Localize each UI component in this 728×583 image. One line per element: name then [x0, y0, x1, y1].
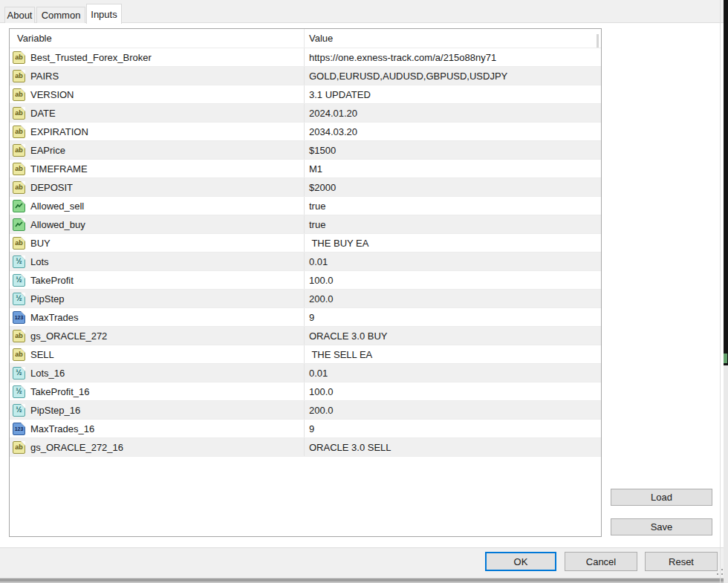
ab-string-icon: ab	[13, 237, 25, 250]
variable-name: gs_ORACLE_272_16	[30, 442, 123, 453]
value-cell[interactable]: 0.01	[304, 253, 601, 270]
ok-button[interactable]: OK	[485, 552, 556, 571]
value-cell[interactable]: M1	[304, 160, 601, 177]
table-row[interactable]: ½ TakeProfit 100.0	[10, 271, 601, 290]
fraction-icon: ½	[13, 404, 25, 417]
fraction-icon: ½	[13, 367, 25, 380]
table-row[interactable]: ½ Lots 0.01	[10, 253, 601, 271]
variable-cell: Allowed_buy	[10, 215, 304, 233]
numbers-123-icon: 123	[13, 311, 25, 324]
variable-name: PipStep_16	[30, 405, 80, 416]
tab-about[interactable]: About	[4, 7, 35, 23]
value-cell[interactable]: 100.0	[304, 382, 601, 400]
tab-common[interactable]: Common	[36, 7, 85, 23]
value-cell[interactable]: true	[304, 197, 601, 215]
table-row[interactable]: ½ PipStep 200.0	[10, 290, 601, 308]
reset-button[interactable]: Reset	[645, 552, 718, 571]
ab-string-icon: ab	[13, 348, 25, 361]
table-row[interactable]: ab gs_ORACLE_272_16 ORACLE 3.0 SELL	[10, 438, 601, 457]
fraction-icon: ½	[13, 293, 25, 305]
value-cell[interactable]: THE SELL EA	[304, 345, 601, 363]
variable-name: SELL	[30, 349, 54, 360]
value-cell[interactable]: GOLD,EURUSD,AUDUSD,GBPUSD,USDJPY	[304, 67, 601, 85]
variable-name: EXPIRATION	[30, 126, 88, 137]
table-row[interactable]: ½ PipStep_16 200.0	[10, 401, 601, 420]
value-cell[interactable]: 9	[304, 308, 601, 326]
variable-name: DEPOSIT	[30, 182, 73, 193]
variable-cell: ab Best_Trusted_Forex_Broker	[10, 48, 304, 66]
value-cell[interactable]: ORACLE 3.0 BUY	[304, 327, 601, 345]
variable-name: BUY	[30, 238, 51, 249]
ab-string-icon: ab	[13, 144, 25, 157]
table-row[interactable]: ab gs_ORACLE_272 ORACLE 3.0 BUY	[10, 327, 601, 345]
table-row[interactable]: ab EAPrice $1500	[10, 141, 601, 160]
value-cell[interactable]: 2024.01.20	[304, 104, 601, 122]
table-row[interactable]: 123 MaxTrades_16 9	[10, 420, 601, 438]
save-button[interactable]: Save	[611, 518, 712, 535]
ab-string-icon: ab	[13, 330, 25, 342]
table-row[interactable]: ab EXPIRATION 2034.03.20	[10, 123, 601, 141]
variable-name: PAIRS	[30, 71, 59, 82]
value-cell[interactable]: ORACLE 3.0 SELL	[304, 438, 601, 456]
value-cell[interactable]: $2000	[304, 178, 601, 196]
window-bottom-edge	[0, 578, 728, 583]
tab-inputs[interactable]: Inputs	[86, 4, 122, 24]
value-cell[interactable]: 200.0	[304, 290, 601, 307]
table-row[interactable]: ab DEPOSIT $2000	[10, 178, 601, 197]
table-row[interactable]: Allowed_sell true	[10, 197, 601, 215]
ab-string-icon: ab	[13, 126, 25, 138]
cancel-button[interactable]: Cancel	[565, 552, 637, 571]
value-cell[interactable]: 3.1 UPDATED	[304, 85, 601, 103]
value-cell[interactable]: 9	[304, 420, 601, 437]
variable-cell: ab PAIRS	[10, 67, 304, 85]
value-cell[interactable]: https://one.exness-track.com/a/215o88ny7…	[304, 48, 601, 66]
variable-cell: ab EAPrice	[10, 141, 304, 159]
table-row[interactable]: ab Best_Trusted_Forex_Broker https://one…	[10, 48, 601, 67]
background-window-sliver-lower	[724, 365, 728, 583]
variable-cell: ab TIMEFRAME	[10, 160, 304, 177]
variable-cell: ab VERSION	[10, 85, 304, 103]
table-header-row: Variable Value	[10, 29, 601, 48]
table-row[interactable]: ab TIMEFRAME M1	[10, 160, 601, 178]
fraction-icon: ½	[13, 274, 25, 287]
inputs-table: Variable Value ab Best_Trusted_Forex_Bro…	[9, 28, 602, 537]
variable-cell: ½ Lots_16	[10, 364, 304, 382]
variable-cell: ab DATE	[10, 104, 304, 122]
table-row[interactable]: ab DATE 2024.01.20	[10, 104, 601, 123]
variable-name: Allowed_buy	[30, 219, 85, 230]
ab-string-icon: ab	[13, 107, 25, 120]
table-row[interactable]: 123 MaxTrades 9	[10, 308, 601, 327]
chart-line-icon	[13, 200, 25, 212]
table-row[interactable]: ab PAIRS GOLD,EURUSD,AUDUSD,GBPUSD,USDJP…	[10, 67, 601, 85]
variable-cell: ab BUY	[10, 234, 304, 252]
variable-name: MaxTrades_16	[30, 423, 94, 434]
table-row[interactable]: ½ Lots_16 0.01	[10, 364, 601, 382]
table-row[interactable]: Allowed_buy true	[10, 215, 601, 234]
value-cell[interactable]: 200.0	[304, 401, 601, 419]
fraction-icon: ½	[13, 385, 25, 398]
value-cell[interactable]: $1500	[304, 141, 601, 159]
variable-name: TakeProfit_16	[30, 386, 90, 397]
value-cell[interactable]: THE BUY EA	[304, 234, 601, 252]
table-row[interactable]: ab VERSION 3.1 UPDATED	[10, 85, 601, 104]
chart-line-icon	[13, 218, 25, 231]
numbers-123-icon: 123	[13, 423, 25, 435]
table-scrollbar[interactable]	[597, 34, 599, 48]
value-cell[interactable]: 0.01	[304, 364, 601, 382]
column-header-value: Value	[304, 29, 601, 48]
load-button[interactable]: Load	[611, 489, 712, 506]
value-cell[interactable]: true	[304, 215, 601, 233]
ab-string-icon: ab	[13, 88, 25, 101]
table-row[interactable]: ab BUY THE BUY EA	[10, 234, 601, 253]
variable-cell: ½ PipStep_16	[10, 401, 304, 419]
variable-cell: ½ PipStep	[10, 290, 304, 307]
variable-cell: ab DEPOSIT	[10, 178, 304, 196]
variable-cell: Allowed_sell	[10, 197, 304, 215]
value-cell[interactable]: 2034.03.20	[304, 123, 601, 140]
value-cell[interactable]: 100.0	[304, 271, 601, 289]
table-row[interactable]: ab SELL THE SELL EA	[10, 345, 601, 364]
table-row[interactable]: ½ TakeProfit_16 100.0	[10, 382, 601, 401]
variable-cell: ½ Lots	[10, 253, 304, 270]
variable-name: TakeProfit	[30, 275, 74, 286]
background-window-sliver	[724, 0, 728, 365]
